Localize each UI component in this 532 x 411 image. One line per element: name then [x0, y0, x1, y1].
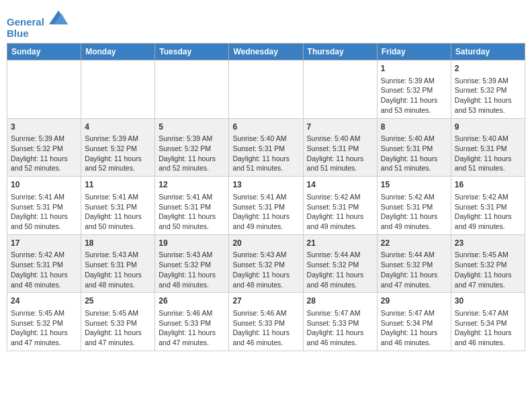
calendar-cell	[303, 60, 377, 119]
calendar-cell: 29Sunrise: 5:47 AM Sunset: 5:34 PM Dayli…	[377, 293, 451, 351]
day-info: Sunrise: 5:40 AM Sunset: 5:31 PM Dayligh…	[307, 134, 373, 173]
weekday-header-tuesday: Tuesday	[155, 44, 229, 60]
week-row-5: 24Sunrise: 5:45 AM Sunset: 5:32 PM Dayli…	[7, 293, 525, 351]
day-info: Sunrise: 5:46 AM Sunset: 5:33 PM Dayligh…	[159, 308, 225, 348]
day-number: 2	[455, 63, 521, 75]
calendar-cell: 16Sunrise: 5:42 AM Sunset: 5:31 PM Dayli…	[451, 177, 525, 235]
weekday-header-thursday: Thursday	[303, 44, 377, 60]
day-info: Sunrise: 5:39 AM Sunset: 5:32 PM Dayligh…	[159, 134, 225, 173]
calendar-cell: 25Sunrise: 5:45 AM Sunset: 5:33 PM Dayli…	[81, 293, 155, 351]
day-info: Sunrise: 5:42 AM Sunset: 5:31 PM Dayligh…	[11, 250, 77, 289]
day-info: Sunrise: 5:42 AM Sunset: 5:31 PM Dayligh…	[307, 192, 373, 232]
day-number: 13	[232, 179, 299, 191]
calendar-cell: 11Sunrise: 5:41 AM Sunset: 5:31 PM Dayli…	[81, 177, 155, 235]
calendar-cell: 15Sunrise: 5:42 AM Sunset: 5:31 PM Dayli…	[377, 177, 451, 235]
day-info: Sunrise: 5:47 AM Sunset: 5:33 PM Dayligh…	[307, 308, 373, 348]
calendar-cell: 30Sunrise: 5:47 AM Sunset: 5:34 PM Dayli…	[451, 293, 525, 351]
day-info: Sunrise: 5:45 AM Sunset: 5:32 PM Dayligh…	[11, 308, 77, 348]
week-row-4: 17Sunrise: 5:42 AM Sunset: 5:31 PM Dayli…	[7, 234, 525, 293]
day-info: Sunrise: 5:39 AM Sunset: 5:32 PM Dayligh…	[85, 134, 151, 173]
day-info: Sunrise: 5:40 AM Sunset: 5:31 PM Dayligh…	[455, 134, 521, 173]
logo-icon	[49, 9, 68, 26]
day-info: Sunrise: 5:45 AM Sunset: 5:33 PM Dayligh…	[85, 308, 151, 348]
day-number: 19	[159, 238, 225, 249]
calendar-cell: 27Sunrise: 5:46 AM Sunset: 5:33 PM Dayli…	[229, 293, 303, 351]
weekday-header-wednesday: Wednesday	[229, 44, 303, 60]
calendar-cell: 12Sunrise: 5:41 AM Sunset: 5:31 PM Dayli…	[155, 177, 229, 235]
calendar-cell: 24Sunrise: 5:45 AM Sunset: 5:32 PM Dayli…	[7, 293, 81, 351]
logo-general: General	[7, 16, 44, 28]
day-number: 12	[159, 179, 225, 191]
day-number: 28	[307, 295, 373, 307]
calendar-cell: 9Sunrise: 5:40 AM Sunset: 5:31 PM Daylig…	[451, 118, 525, 177]
calendar-cell	[229, 60, 303, 119]
day-number: 18	[85, 238, 151, 249]
day-number: 8	[381, 122, 447, 133]
weekday-header-row: SundayMondayTuesdayWednesdayThursdayFrid…	[7, 44, 525, 60]
day-info: Sunrise: 5:43 AM Sunset: 5:31 PM Dayligh…	[85, 250, 151, 289]
calendar-cell: 21Sunrise: 5:44 AM Sunset: 5:32 PM Dayli…	[303, 234, 377, 293]
day-number: 1	[381, 63, 447, 75]
calendar-cell: 4Sunrise: 5:39 AM Sunset: 5:32 PM Daylig…	[81, 118, 155, 177]
calendar-cell: 14Sunrise: 5:42 AM Sunset: 5:31 PM Dayli…	[303, 177, 377, 235]
weekday-header-monday: Monday	[81, 44, 155, 60]
calendar-cell: 1Sunrise: 5:39 AM Sunset: 5:32 PM Daylig…	[377, 60, 451, 119]
day-number: 15	[381, 179, 447, 191]
day-info: Sunrise: 5:44 AM Sunset: 5:32 PM Dayligh…	[381, 250, 447, 289]
weekday-header-saturday: Saturday	[451, 44, 525, 60]
calendar-cell: 19Sunrise: 5:43 AM Sunset: 5:32 PM Dayli…	[155, 234, 229, 293]
day-info: Sunrise: 5:43 AM Sunset: 5:32 PM Dayligh…	[232, 250, 299, 289]
day-info: Sunrise: 5:40 AM Sunset: 5:31 PM Dayligh…	[381, 134, 447, 173]
calendar-cell: 23Sunrise: 5:45 AM Sunset: 5:32 PM Dayli…	[451, 234, 525, 293]
day-info: Sunrise: 5:41 AM Sunset: 5:31 PM Dayligh…	[159, 192, 225, 232]
day-number: 21	[307, 238, 373, 249]
day-info: Sunrise: 5:44 AM Sunset: 5:32 PM Dayligh…	[307, 250, 373, 289]
calendar-cell	[7, 60, 81, 119]
day-number: 16	[455, 179, 521, 191]
day-info: Sunrise: 5:46 AM Sunset: 5:33 PM Dayligh…	[232, 308, 299, 348]
day-number: 5	[159, 122, 225, 133]
day-number: 4	[85, 122, 151, 133]
calendar-cell: 2Sunrise: 5:39 AM Sunset: 5:32 PM Daylig…	[451, 60, 525, 119]
day-info: Sunrise: 5:42 AM Sunset: 5:31 PM Dayligh…	[455, 192, 521, 232]
day-number: 27	[232, 295, 299, 307]
day-info: Sunrise: 5:39 AM Sunset: 5:32 PM Dayligh…	[455, 76, 521, 116]
logo-blue: Blue	[7, 28, 68, 40]
day-info: Sunrise: 5:47 AM Sunset: 5:34 PM Dayligh…	[455, 308, 521, 348]
day-number: 25	[85, 295, 151, 307]
week-row-3: 10Sunrise: 5:41 AM Sunset: 5:31 PM Dayli…	[7, 177, 525, 235]
day-number: 24	[11, 295, 77, 307]
calendar: SundayMondayTuesdayWednesdayThursdayFrid…	[7, 43, 525, 351]
day-number: 26	[159, 295, 225, 307]
calendar-cell: 7Sunrise: 5:40 AM Sunset: 5:31 PM Daylig…	[303, 118, 377, 177]
calendar-cell: 28Sunrise: 5:47 AM Sunset: 5:33 PM Dayli…	[303, 293, 377, 351]
day-info: Sunrise: 5:39 AM Sunset: 5:32 PM Dayligh…	[11, 134, 77, 173]
day-number: 3	[11, 122, 77, 133]
calendar-cell: 18Sunrise: 5:43 AM Sunset: 5:31 PM Dayli…	[81, 234, 155, 293]
day-number: 6	[232, 122, 299, 133]
calendar-cell: 5Sunrise: 5:39 AM Sunset: 5:32 PM Daylig…	[155, 118, 229, 177]
page-header: General Blue	[7, 7, 525, 39]
calendar-cell: 17Sunrise: 5:42 AM Sunset: 5:31 PM Dayli…	[7, 234, 81, 293]
day-info: Sunrise: 5:41 AM Sunset: 5:31 PM Dayligh…	[232, 192, 299, 232]
day-info: Sunrise: 5:39 AM Sunset: 5:32 PM Dayligh…	[381, 76, 447, 116]
calendar-cell: 20Sunrise: 5:43 AM Sunset: 5:32 PM Dayli…	[229, 234, 303, 293]
calendar-cell: 6Sunrise: 5:40 AM Sunset: 5:31 PM Daylig…	[229, 118, 303, 177]
day-info: Sunrise: 5:47 AM Sunset: 5:34 PM Dayligh…	[381, 308, 447, 348]
week-row-2: 3Sunrise: 5:39 AM Sunset: 5:32 PM Daylig…	[7, 118, 525, 177]
day-number: 22	[381, 238, 447, 249]
calendar-cell: 8Sunrise: 5:40 AM Sunset: 5:31 PM Daylig…	[377, 118, 451, 177]
weekday-header-friday: Friday	[377, 44, 451, 60]
day-number: 29	[381, 295, 447, 307]
logo-text: General	[7, 11, 68, 28]
day-number: 17	[11, 238, 77, 249]
logo: General Blue	[7, 11, 68, 39]
calendar-cell: 26Sunrise: 5:46 AM Sunset: 5:33 PM Dayli…	[155, 293, 229, 351]
day-number: 14	[307, 179, 373, 191]
day-info: Sunrise: 5:41 AM Sunset: 5:31 PM Dayligh…	[11, 192, 77, 232]
day-info: Sunrise: 5:41 AM Sunset: 5:31 PM Dayligh…	[85, 192, 151, 232]
day-info: Sunrise: 5:45 AM Sunset: 5:32 PM Dayligh…	[455, 250, 521, 289]
calendar-cell: 10Sunrise: 5:41 AM Sunset: 5:31 PM Dayli…	[7, 177, 81, 235]
calendar-cell	[155, 60, 229, 119]
calendar-cell: 13Sunrise: 5:41 AM Sunset: 5:31 PM Dayli…	[229, 177, 303, 235]
